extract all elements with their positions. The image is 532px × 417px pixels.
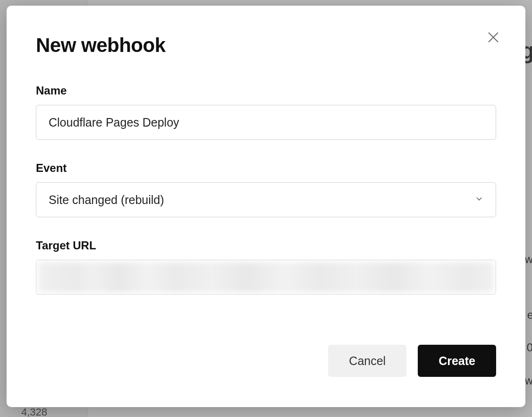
redacted-content bbox=[38, 262, 494, 292]
form-group-event: Event Site changed (rebuild) bbox=[36, 162, 496, 217]
form-group-target-url: Target URL bbox=[36, 239, 496, 295]
modal-title: New webhook bbox=[36, 34, 496, 57]
cancel-button[interactable]: Cancel bbox=[328, 345, 406, 377]
name-input[interactable] bbox=[36, 105, 496, 140]
event-select-wrapper: Site changed (rebuild) bbox=[36, 182, 496, 217]
form-group-name: Name bbox=[36, 84, 496, 140]
target-url-label: Target URL bbox=[36, 239, 496, 252]
create-button[interactable]: Create bbox=[418, 345, 496, 377]
name-label: Name bbox=[36, 84, 496, 97]
target-url-input[interactable] bbox=[36, 260, 496, 295]
close-button[interactable] bbox=[484, 28, 503, 47]
event-select[interactable]: Site changed (rebuild) bbox=[36, 182, 496, 217]
close-icon bbox=[486, 30, 500, 46]
event-label: Event bbox=[36, 162, 496, 175]
new-webhook-modal: New webhook Name Event Site changed (reb… bbox=[7, 6, 525, 407]
modal-actions: Cancel Create bbox=[328, 345, 496, 377]
